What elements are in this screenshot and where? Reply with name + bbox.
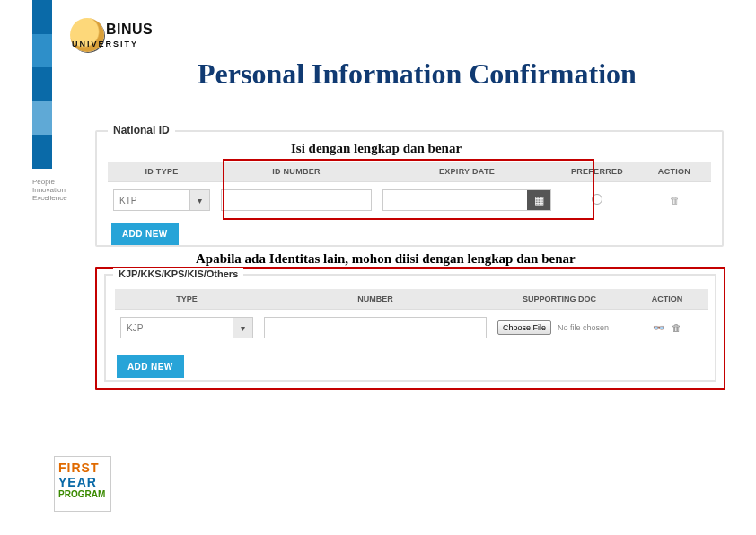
other-id-legend: KJP/KKS/KPS/KIS/Others bbox=[113, 268, 243, 279]
other-type-select[interactable]: KJP ▾ bbox=[120, 317, 253, 338]
side-tagline: People Innovation Excellence bbox=[32, 178, 52, 202]
trash-icon: 🗑 bbox=[670, 195, 680, 206]
delete-row-button[interactable]: 🗑 bbox=[637, 182, 711, 219]
first-year-program-logo: FIRST YEAR PROGRAM bbox=[54, 456, 111, 512]
other-number-input[interactable] bbox=[264, 317, 487, 338]
chevron-down-icon: ▾ bbox=[233, 318, 252, 338]
brand-sub: UNIVERSITY bbox=[72, 39, 160, 48]
note-other-identity: Apabila ada Identitas lain, mohon diisi … bbox=[196, 251, 576, 267]
add-new-id-button[interactable]: ADD NEW bbox=[111, 223, 179, 245]
brand-band bbox=[32, 0, 52, 169]
col-action2: ACTION bbox=[627, 289, 708, 310]
id-type-select[interactable]: KTP ▾ bbox=[113, 189, 210, 211]
note-fill-completely: Isi dengan lengkap dan benar bbox=[291, 141, 462, 156]
chevron-down-icon: ▾ bbox=[189, 190, 209, 210]
file-status: No file chosen bbox=[558, 323, 609, 332]
brand-logo: BINUS UNIVERSITY bbox=[70, 18, 160, 74]
other-id-table: TYPE NUMBER SUPPORTING DOC ACTION KJP ▾ … bbox=[115, 289, 708, 346]
col-type: TYPE bbox=[115, 289, 259, 310]
col-action: ACTION bbox=[637, 162, 711, 182]
highlight-box-id-fields bbox=[223, 159, 594, 220]
choose-file-button[interactable]: Choose File bbox=[497, 320, 551, 335]
fyp-line3: PROGRAM bbox=[55, 489, 110, 503]
page-title: Personal Information Confirmation bbox=[198, 57, 637, 91]
fyp-line2: YEAR bbox=[55, 475, 110, 489]
table-row: KJP ▾ Choose File No file chosen 👓 🗑 bbox=[115, 310, 708, 346]
brand-name: BINUS bbox=[106, 22, 160, 38]
trash-icon[interactable]: 🗑 bbox=[672, 322, 681, 333]
col-number: NUMBER bbox=[259, 289, 492, 310]
id-type-value: KTP bbox=[114, 196, 189, 206]
national-id-legend: National ID bbox=[108, 124, 175, 136]
add-new-other-button[interactable]: ADD NEW bbox=[117, 355, 184, 378]
fyp-line1: FIRST bbox=[55, 457, 110, 475]
col-id-type: ID TYPE bbox=[108, 162, 215, 182]
col-supporting-doc: SUPPORTING DOC bbox=[492, 289, 627, 310]
other-type-value: KJP bbox=[121, 323, 233, 333]
view-icon[interactable]: 👓 bbox=[653, 322, 665, 333]
